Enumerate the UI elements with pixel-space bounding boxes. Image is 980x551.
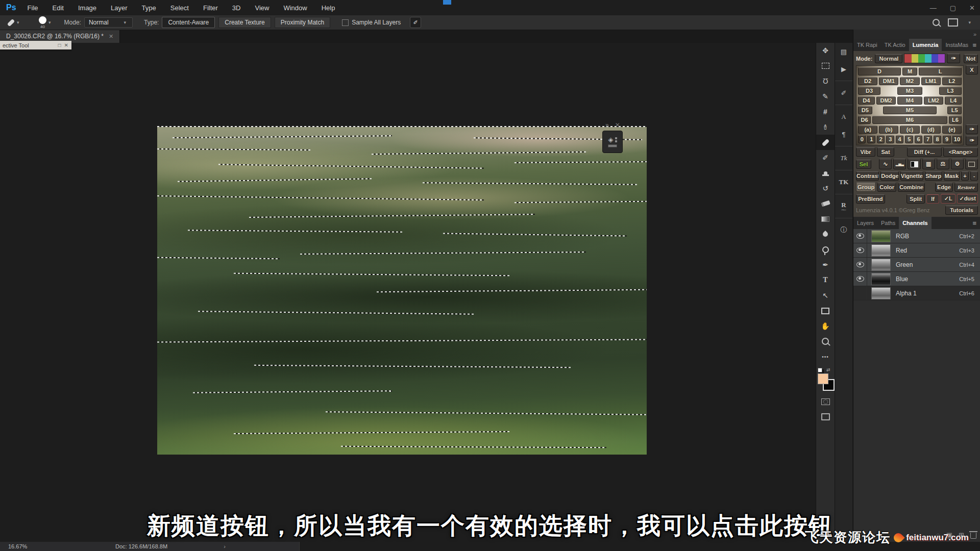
menu-edit[interactable]: Edit	[53, 4, 64, 12]
canvas-floating-widget[interactable]: ◈	[602, 131, 623, 153]
crop-tool[interactable]: #	[816, 104, 835, 119]
mask-m-button[interactable]: M	[902, 67, 917, 76]
lasso-tool[interactable]: Ω	[816, 73, 835, 89]
camera-button[interactable]: ⚙	[951, 159, 964, 169]
mask-m4-button[interactable]: M4	[897, 96, 922, 105]
range-button[interactable]: <Range>	[943, 147, 978, 157]
color-picker-button[interactable]: ✑	[947, 54, 960, 63]
dodge-button[interactable]: Dodge	[880, 171, 898, 181]
if-button[interactable]: If	[926, 194, 939, 204]
zone-picker-b-button[interactable]: ✑	[966, 136, 978, 145]
bw-mask-button[interactable]	[908, 159, 920, 169]
tab-channels[interactable]: Channels	[899, 217, 932, 229]
quick-mask-button[interactable]	[816, 394, 835, 409]
zone-9-button[interactable]: 9	[943, 135, 950, 143]
rectangle-tool[interactable]	[816, 303, 835, 318]
foreground-color-swatch[interactable]	[818, 373, 828, 384]
minus-button[interactable]: -	[970, 171, 978, 181]
zone-4-button[interactable]: 4	[896, 135, 903, 143]
collapse-panels-icon[interactable]: »	[973, 31, 976, 37]
screen-mode-button[interactable]	[816, 409, 835, 424]
proximity-match-button[interactable]: Proximity Match	[275, 17, 330, 28]
healing-brush-preset-button[interactable]: ▾	[7, 20, 30, 25]
menu-help[interactable]: Help	[322, 4, 335, 12]
zone-c-button[interactable]: (c)	[900, 126, 919, 134]
zone-e-button[interactable]: (e)	[942, 126, 962, 134]
zone-10-button[interactable]: 10	[952, 135, 962, 143]
mask-lm2-button[interactable]: LM2	[924, 96, 944, 105]
sample-all-layers-checkbox[interactable]	[342, 19, 349, 26]
canvas-image[interactable]	[157, 126, 647, 455]
menu-3d[interactable]: 3D	[232, 4, 241, 12]
zone-7-button[interactable]: 7	[924, 135, 932, 143]
mode-select[interactable]: Normal ▾	[84, 17, 133, 28]
plus-button[interactable]: +	[961, 171, 969, 181]
type-tool[interactable]: T	[816, 272, 835, 288]
menu-filter[interactable]: Filter	[203, 4, 218, 12]
tk-script-panel-icon[interactable]: Tk	[835, 149, 852, 167]
maximize-icon[interactable]: □	[58, 42, 61, 48]
menu-layer[interactable]: Layer	[111, 4, 128, 12]
eraser-tool[interactable]	[816, 196, 835, 211]
curves-button[interactable]: ∿	[879, 159, 892, 169]
cyan-swatch[interactable]	[925, 54, 932, 63]
character-panel-icon[interactable]: A	[835, 108, 852, 126]
sharp-button[interactable]: Sharp	[925, 171, 942, 181]
mask-l5-button[interactable]: L5	[947, 106, 962, 114]
move-tool[interactable]: ✥	[816, 43, 835, 58]
tab-lumenzia[interactable]: Lumenzia	[909, 39, 942, 51]
tab-paths[interactable]: Paths	[877, 217, 899, 229]
channel-row-blue[interactable]: Blue Ctrl+5	[853, 272, 980, 286]
mask-m3-button[interactable]: M3	[897, 87, 922, 95]
lumenzia-mode-button[interactable]: Normal	[875, 54, 902, 63]
visibility-toggle[interactable]	[853, 286, 867, 300]
zone-5-button[interactable]: 5	[905, 135, 913, 143]
zone-1-button[interactable]: 1	[867, 135, 875, 143]
minimize-button[interactable]: —	[930, 4, 937, 12]
mask-l3-button[interactable]: L3	[939, 87, 962, 95]
contrast-button[interactable]: Contrast	[856, 171, 879, 181]
mask-d-button[interactable]: D	[858, 67, 901, 76]
mask-l4-button[interactable]: L4	[945, 96, 962, 105]
info-panel-icon[interactable]: ⓘ	[835, 221, 852, 239]
visibility-toggle[interactable]	[853, 258, 867, 271]
red-swatch[interactable]	[904, 54, 911, 63]
zone-6-button[interactable]: 6	[915, 135, 922, 143]
histogram-button[interactable]: ▂▅▃	[893, 159, 906, 169]
maximize-button[interactable]: ▢	[950, 4, 956, 12]
mask-dm2-button[interactable]: DM2	[876, 96, 896, 105]
green-swatch[interactable]	[918, 54, 925, 63]
search-icon[interactable]	[933, 19, 940, 26]
blue-swatch[interactable]	[932, 54, 938, 63]
tab-instamask[interactable]: InstaMas	[942, 39, 972, 51]
zoom-level[interactable]: 16.67%	[8, 543, 69, 549]
panel-menu-icon[interactable]: ≡	[972, 41, 980, 49]
close-tab-icon[interactable]: ✕	[109, 33, 113, 40]
menu-image[interactable]: Image	[78, 4, 96, 12]
edit-toolbar-button[interactable]: •••	[816, 349, 835, 364]
actions-panel-icon[interactable]: ▶	[835, 60, 852, 78]
note-button[interactable]: Not	[964, 54, 978, 63]
mask-d2-button[interactable]: D2	[858, 77, 877, 85]
status-chevron-icon[interactable]: ›	[224, 543, 226, 549]
balance-button[interactable]: ⚖	[937, 159, 949, 169]
check-l-button[interactable]: ✓L	[941, 194, 955, 204]
brush-size-picker[interactable]: 40 ▾	[39, 16, 53, 29]
path-selection-tool[interactable]: ↖	[816, 288, 835, 303]
zone-picker-a-button[interactable]: ✑	[966, 124, 978, 134]
vignette-button[interactable]: Vignette	[900, 171, 923, 181]
tab-layers[interactable]: Layers	[853, 217, 877, 229]
check-dust-button[interactable]: ✓dust	[957, 194, 978, 204]
tk-panel-icon[interactable]: TK	[835, 173, 852, 191]
mask-d5-button[interactable]: D5	[858, 106, 872, 114]
eyedropper-tool[interactable]: ✑	[816, 119, 835, 135]
brush-tool[interactable]: ✐	[816, 150, 835, 165]
combine-button[interactable]: Combine	[898, 183, 925, 192]
workspace-switcher-icon[interactable]	[948, 18, 958, 27]
vibrance-button[interactable]: Vibr	[856, 147, 875, 157]
channel-row-red[interactable]: Red Ctrl+3	[853, 243, 980, 258]
visibility-toggle[interactable]	[853, 243, 867, 257]
floating-tool-window[interactable]: ective Tool □ ✕	[0, 41, 71, 49]
tab-tk-actions[interactable]: TK Actio	[881, 39, 909, 51]
mask-l6-button[interactable]: L6	[949, 116, 962, 124]
